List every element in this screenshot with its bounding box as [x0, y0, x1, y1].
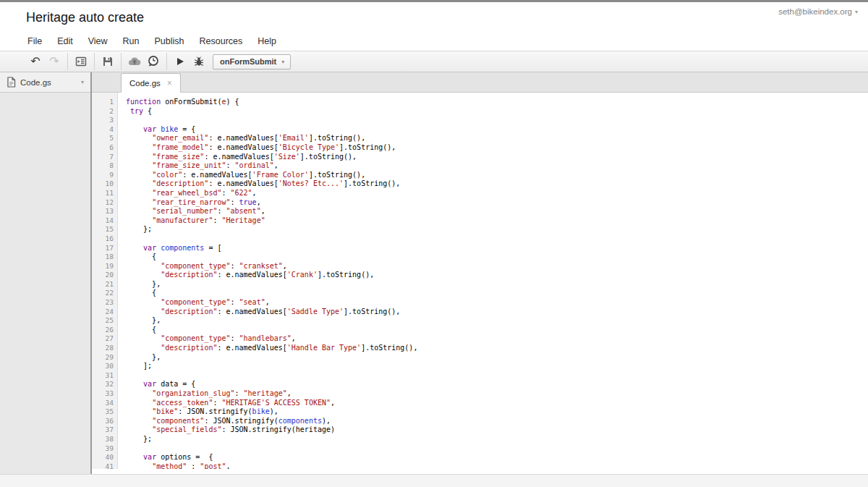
code-line[interactable]: 14 "manufacturer": "Heritage" — [92, 216, 868, 226]
redo-button[interactable]: ↷ — [45, 53, 64, 70]
code-line[interactable]: 26 { — [92, 326, 868, 335]
code-line[interactable]: 19 "component_type": "crankset", — [92, 262, 868, 271]
code-line[interactable]: 28 "description": e.namedValues['Handle … — [92, 344, 868, 353]
menu-item-edit[interactable]: Edit — [57, 36, 73, 46]
tab-code-gs[interactable]: Code.gs × — [121, 73, 181, 93]
menu-item-publish[interactable]: Publish — [155, 36, 184, 46]
line-number[interactable]: 34 — [92, 399, 114, 408]
line-number[interactable]: 17 — [92, 244, 114, 253]
line-number[interactable]: 2 — [92, 107, 114, 117]
line-number[interactable]: 35 — [92, 407, 114, 417]
code-line[interactable]: 29 }, — [92, 353, 868, 363]
menu-item-file[interactable]: File — [27, 36, 42, 46]
code-line[interactable]: 10 "description": e.namedValues['Notes? … — [92, 179, 868, 189]
code-line[interactable]: 13 "serial_number": "absent", — [92, 207, 868, 216]
code-line[interactable]: 20 "description": e.namedValues['Crank']… — [92, 271, 868, 280]
code-line[interactable]: 3 — [92, 116, 868, 125]
code-line[interactable]: 1function onFormSubmit(e) { — [92, 98, 868, 107]
code-content[interactable]: 1function onFormSubmit(e) {2 try {34 var… — [92, 93, 868, 469]
code-line[interactable]: 25 }, — [92, 316, 868, 326]
code-line[interactable]: 24 "description": e.namedValues['Saddle … — [92, 308, 868, 317]
line-number[interactable]: 13 — [92, 207, 114, 216]
line-number[interactable]: 32 — [92, 380, 114, 389]
code-line[interactable]: 40 var options = { — [92, 453, 868, 462]
code-line[interactable]: 17 var components = [ — [92, 244, 868, 253]
line-number[interactable]: 36 — [92, 417, 114, 426]
project-title[interactable]: Heritage auto create — [26, 10, 144, 25]
line-number[interactable]: 31 — [92, 371, 114, 381]
debug-button[interactable] — [190, 53, 208, 70]
code-line[interactable]: 8 "frame_size_unit": "ordinal", — [92, 161, 868, 171]
code-line[interactable]: 35 "bike": JSON.stringify(bike), — [92, 407, 868, 417]
code-line[interactable]: 41 "method" : "post", — [92, 462, 868, 469]
indent-button[interactable] — [72, 53, 90, 70]
run-button[interactable] — [171, 53, 190, 70]
triggers-button[interactable] — [144, 53, 163, 70]
line-number[interactable]: 26 — [92, 326, 114, 335]
menu-item-run[interactable]: Run — [123, 36, 140, 46]
line-number[interactable]: 33 — [92, 389, 114, 399]
line-number[interactable]: 1 — [92, 98, 114, 107]
line-number[interactable]: 14 — [92, 216, 114, 226]
code-line[interactable]: 7 "frame_size": e.namedValues['Size'].to… — [92, 153, 868, 162]
line-number[interactable]: 11 — [92, 189, 114, 198]
line-number[interactable]: 20 — [92, 271, 114, 280]
line-number[interactable]: 8 — [92, 161, 114, 171]
tab-close-icon[interactable]: × — [167, 79, 172, 88]
chevron-down-icon[interactable]: ▾ — [81, 79, 84, 85]
code-line[interactable]: 38 }; — [92, 435, 868, 444]
sidebar-item-code-gs[interactable]: Code.gs ▾ — [0, 72, 90, 93]
line-number[interactable]: 25 — [92, 316, 114, 326]
line-number[interactable]: 15 — [92, 225, 114, 234]
line-number[interactable]: 12 — [92, 198, 114, 208]
code-line[interactable]: 32 var data = { — [92, 380, 868, 389]
code-line[interactable]: 30 ]; — [92, 362, 868, 371]
line-number[interactable]: 5 — [92, 134, 114, 143]
menu-item-resources[interactable]: Resources — [200, 36, 243, 46]
line-number[interactable]: 22 — [92, 289, 114, 298]
code-line[interactable]: 27 "component_type": "handlebars", — [92, 334, 868, 344]
line-number[interactable]: 4 — [92, 125, 114, 135]
code-line[interactable]: 12 "rear_tire_narrow": true, — [92, 198, 868, 208]
line-number[interactable]: 38 — [92, 435, 114, 444]
account-menu[interactable]: seth@bikeindex.org ▾ — [778, 7, 858, 16]
line-number[interactable]: 29 — [92, 353, 114, 363]
code-line[interactable]: 34 "access_token": "HERITAGE'S ACCESS TO… — [92, 399, 868, 408]
line-number[interactable]: 3 — [92, 116, 114, 125]
function-selector-dropdown[interactable]: onFormSubmit ▾ — [213, 54, 291, 69]
code-line[interactable]: 33 "organization_slug": "heritage", — [92, 389, 868, 399]
code-line[interactable]: 18 { — [92, 253, 868, 262]
code-line[interactable]: 11 "rear_wheel_bsd": "622", — [92, 189, 868, 198]
code-line[interactable]: 15 }; — [92, 225, 868, 234]
menu-item-help[interactable]: Help — [258, 36, 276, 46]
code-editor[interactable]: 1function onFormSubmit(e) {2 try {34 var… — [92, 93, 868, 469]
line-number[interactable]: 18 — [92, 253, 114, 262]
code-line[interactable]: 6 "frame_model": e.namedValues['Bicycle … — [92, 143, 868, 153]
line-number[interactable]: 30 — [92, 362, 114, 371]
code-line[interactable]: 2 try { — [92, 107, 868, 117]
line-number[interactable]: 23 — [92, 298, 114, 308]
line-number[interactable]: 10 — [92, 179, 114, 189]
code-line[interactable]: 37 "special_fields": JSON.stringify(heri… — [92, 425, 868, 435]
code-line[interactable]: 21 }, — [92, 280, 868, 289]
code-line[interactable]: 16 — [92, 234, 868, 244]
code-line[interactable]: 22 { — [92, 289, 868, 298]
line-number[interactable]: 41 — [92, 462, 114, 469]
line-number[interactable]: 7 — [92, 153, 114, 162]
line-number[interactable]: 37 — [92, 425, 114, 435]
code-line[interactable]: 23 "component_type": "seat", — [92, 298, 868, 308]
line-number[interactable]: 28 — [92, 344, 114, 353]
line-number[interactable]: 16 — [92, 234, 114, 244]
line-number[interactable]: 9 — [92, 171, 114, 180]
deploy-button[interactable] — [125, 53, 144, 70]
line-number[interactable]: 39 — [92, 444, 114, 454]
line-number[interactable]: 40 — [92, 453, 114, 462]
code-line[interactable]: 39 — [92, 444, 868, 454]
undo-button[interactable]: ↶ — [26, 53, 45, 70]
code-line[interactable]: 31 — [92, 371, 868, 381]
save-button[interactable] — [98, 53, 117, 70]
menu-item-view[interactable]: View — [88, 36, 108, 46]
line-number[interactable]: 6 — [92, 143, 114, 153]
code-line[interactable]: 9 "color": e.namedValues['Frame Color'].… — [92, 171, 868, 180]
line-number[interactable]: 21 — [92, 280, 114, 289]
